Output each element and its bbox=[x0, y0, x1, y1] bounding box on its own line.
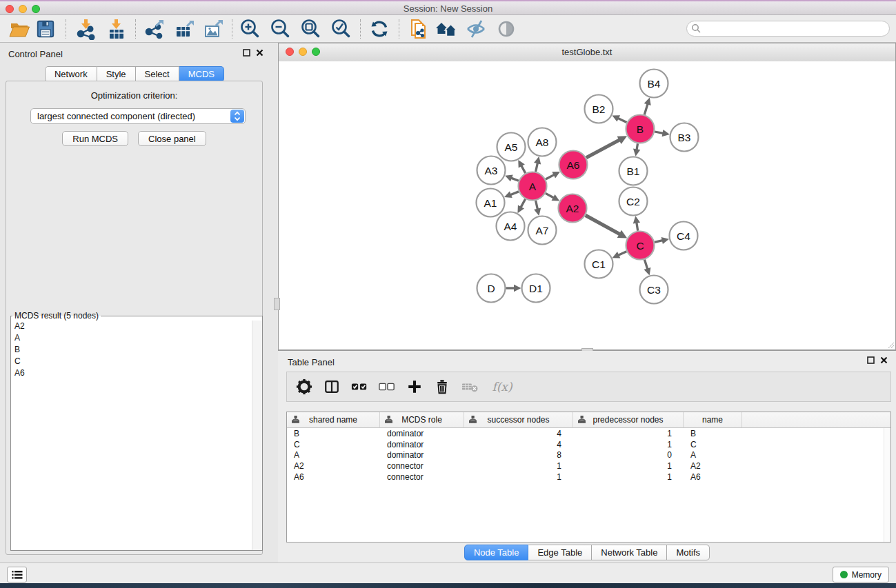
graph-edge-A-A2[interactable] bbox=[546, 193, 559, 201]
graph-node-C1[interactable]: C1 bbox=[585, 250, 613, 278]
delete-column-button[interactable] bbox=[432, 376, 452, 397]
table-tab-motifs[interactable]: Motifs bbox=[667, 545, 710, 560]
mcds-result-item[interactable]: A6 bbox=[11, 367, 262, 379]
graph-edge-A2-C[interactable] bbox=[586, 215, 627, 238]
export-image-button[interactable] bbox=[201, 17, 226, 41]
graph-edge-A-A5[interactable] bbox=[518, 160, 525, 173]
split-view-button[interactable] bbox=[321, 376, 342, 397]
graph-edge-C-C1[interactable] bbox=[613, 252, 627, 258]
home-view-button[interactable] bbox=[434, 17, 459, 41]
hide-panels-button[interactable] bbox=[464, 17, 488, 41]
table-row[interactable]: Bdominator41B bbox=[287, 428, 890, 439]
column-header-predecessor-nodes[interactable]: predecessor nodes bbox=[573, 412, 684, 427]
show-gravity-button[interactable] bbox=[494, 17, 519, 41]
criterion-dropdown[interactable]: largest connected component (directed) bbox=[30, 108, 246, 124]
graph-edge-B-B2[interactable] bbox=[612, 115, 626, 122]
open-session-button[interactable] bbox=[7, 17, 32, 41]
graph-node-C[interactable]: C bbox=[626, 232, 655, 260]
table-row[interactable]: Adominator80A bbox=[287, 450, 890, 461]
table-settings-button[interactable] bbox=[294, 376, 315, 397]
zoom-out-button[interactable] bbox=[268, 17, 292, 41]
save-session-button[interactable] bbox=[33, 17, 58, 41]
zoom-in-button[interactable] bbox=[237, 17, 262, 41]
zoom-fit-selected-button[interactable] bbox=[328, 17, 353, 41]
graph-node-B[interactable]: B bbox=[626, 115, 655, 143]
resize-grip-icon[interactable] bbox=[887, 341, 895, 349]
graph-node-C4[interactable]: C4 bbox=[670, 222, 698, 250]
graph-edge-A6-B[interactable] bbox=[586, 136, 627, 158]
result-scrollbar[interactable] bbox=[252, 321, 262, 550]
zoom-actual-button[interactable] bbox=[298, 17, 323, 41]
graph-edge-C-C2[interactable] bbox=[633, 216, 640, 231]
close-panel-button[interactable]: Close panel bbox=[138, 131, 206, 146]
graph-edge-B-B4[interactable] bbox=[644, 98, 651, 115]
graph-node-A7[interactable]: A7 bbox=[528, 216, 557, 245]
export-table-button[interactable] bbox=[172, 17, 197, 41]
graph-edge-A-A4[interactable] bbox=[517, 199, 525, 213]
table-tab-edge-table[interactable]: Edge Table bbox=[528, 545, 592, 560]
mcds-result-item[interactable]: A bbox=[11, 332, 262, 344]
graph-node-A2[interactable]: A2 bbox=[559, 194, 587, 223]
unselect-all-columns-button[interactable] bbox=[377, 376, 397, 397]
graph-node-A4[interactable]: A4 bbox=[497, 212, 525, 241]
graph-node-A[interactable]: A bbox=[519, 172, 547, 201]
copy-view-button[interactable] bbox=[406, 17, 430, 41]
graph-edge-B-B3[interactable] bbox=[655, 130, 670, 136]
graph-node-A5[interactable]: A5 bbox=[497, 133, 526, 161]
graph-edge-A-A8[interactable] bbox=[534, 156, 541, 172]
mcds-result-item[interactable]: C bbox=[11, 356, 262, 367]
close-table-panel-icon[interactable] bbox=[880, 356, 888, 364]
column-header-mcds-role[interactable]: MCDS role bbox=[380, 412, 464, 427]
mcds-result-item[interactable]: A2 bbox=[11, 321, 262, 332]
graph-node-A6[interactable]: A6 bbox=[559, 151, 588, 179]
table-row[interactable]: A2connector11A2 bbox=[287, 460, 890, 472]
table-tab-node-table[interactable]: Node Table bbox=[464, 545, 529, 560]
memory-button[interactable]: Memory bbox=[833, 567, 889, 582]
graph-edge-A-A7[interactable] bbox=[534, 201, 541, 216]
graph-node-B4[interactable]: B4 bbox=[640, 70, 668, 98]
graph-edge-C-C4[interactable] bbox=[655, 237, 669, 244]
function-builder-button[interactable]: f(x) bbox=[487, 376, 517, 397]
float-table-panel-icon[interactable] bbox=[867, 356, 875, 364]
column-header-name[interactable]: name bbox=[684, 412, 742, 427]
search-input[interactable] bbox=[686, 21, 890, 37]
run-mcds-button[interactable]: Run MCDS bbox=[62, 131, 128, 146]
panel-list-button[interactable] bbox=[7, 567, 27, 582]
graph-node-A3[interactable]: A3 bbox=[477, 156, 506, 185]
network-canvas[interactable]: B4B2BB3A5A8A6B1A3AC2A1A2A4A7C4CC1C3DD1 bbox=[279, 61, 895, 349]
graph-node-A1[interactable]: A1 bbox=[477, 189, 505, 217]
control-tab-mcds[interactable]: MCDS bbox=[179, 66, 224, 82]
graph-edge-A-A1[interactable] bbox=[504, 191, 519, 198]
table-row[interactable]: A6connector11A6 bbox=[287, 472, 890, 483]
graph-edge-D-D1[interactable] bbox=[506, 285, 521, 292]
graph-node-C2[interactable]: C2 bbox=[619, 187, 648, 216]
apply-layout-button[interactable] bbox=[367, 17, 392, 41]
splitter-grip-vertical[interactable] bbox=[274, 298, 280, 310]
graph-edge-A-A3[interactable] bbox=[505, 175, 519, 182]
graph-node-D1[interactable]: D1 bbox=[522, 274, 550, 303]
select-all-columns-button[interactable] bbox=[349, 376, 370, 397]
import-table-button[interactable] bbox=[103, 17, 128, 41]
graph-edge-A-A6[interactable] bbox=[546, 172, 560, 179]
graph-node-B1[interactable]: B1 bbox=[619, 157, 648, 185]
table-tab-network-table[interactable]: Network Table bbox=[592, 545, 667, 560]
control-tab-style[interactable]: Style bbox=[97, 66, 136, 82]
column-header-shared-name[interactable]: shared name bbox=[287, 412, 380, 427]
export-network-button[interactable] bbox=[142, 17, 167, 41]
control-tab-network[interactable]: Network bbox=[45, 66, 97, 82]
graph-node-B3[interactable]: B3 bbox=[670, 123, 699, 152]
delete-table-button[interactable] bbox=[459, 376, 480, 397]
graph-edge-B-B1[interactable] bbox=[633, 143, 640, 156]
graph-edge-C-C3[interactable] bbox=[644, 260, 651, 276]
graph-node-D[interactable]: D bbox=[477, 274, 506, 303]
column-header-successor-nodes[interactable]: successor nodes bbox=[464, 412, 573, 427]
float-panel-icon[interactable] bbox=[243, 49, 250, 57]
graph-node-B2[interactable]: B2 bbox=[585, 95, 613, 123]
mcds-result-item[interactable]: B bbox=[11, 344, 262, 356]
graph-node-A8[interactable]: A8 bbox=[528, 128, 557, 156]
control-tab-select[interactable]: Select bbox=[136, 66, 179, 82]
table-scrollbar[interactable] bbox=[884, 428, 890, 542]
add-column-button[interactable] bbox=[404, 376, 425, 397]
import-network-button[interactable] bbox=[73, 17, 98, 41]
graph-node-C3[interactable]: C3 bbox=[640, 276, 668, 304]
